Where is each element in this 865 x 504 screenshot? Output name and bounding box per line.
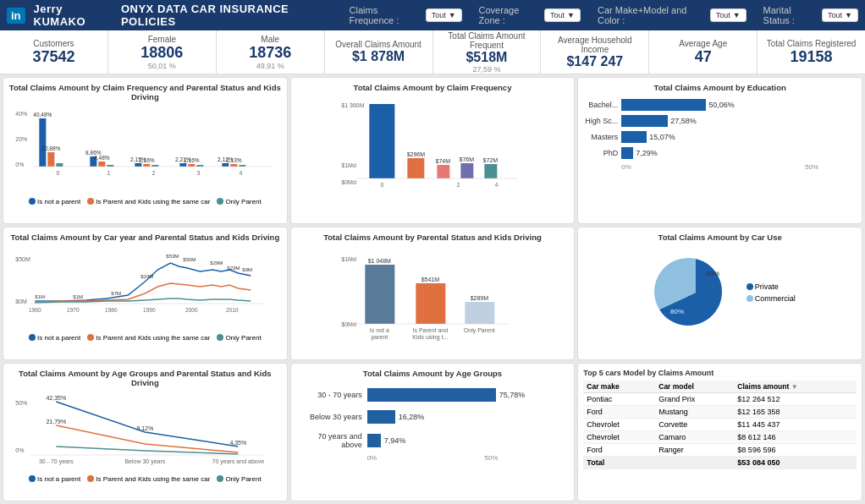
header-title: ONYX DATA CAR INSURANCE POLICIES (121, 3, 333, 28)
svg-text:70 years and above: 70 years and above (212, 458, 265, 465)
svg-text:$1M: $1M (35, 294, 45, 299)
svg-rect-8 (56, 163, 63, 167)
sort-icon: ▼ (791, 383, 798, 391)
svg-text:$541M: $541M (421, 277, 439, 282)
svg-text:4: 4 (494, 182, 498, 188)
svg-text:2000: 2000 (185, 307, 198, 313)
chart5-svg: $1Md $0Md $1 048M $541M $289M Is not a p… (296, 246, 570, 339)
svg-text:9,12%: 9,12% (136, 425, 153, 431)
kpi-male-label: Male (261, 35, 279, 44)
kpi-total-registered: Total Claims Registered 19158 (758, 30, 865, 74)
age-bar-2 (367, 434, 381, 447)
svg-text:1,16%: 1,16% (139, 157, 155, 163)
car-select[interactable]: Tout▼ (710, 8, 747, 22)
edu-bar-3 (621, 147, 633, 159)
svg-text:$76M: $76M (459, 156, 474, 162)
svg-text:$23M: $23M (227, 266, 240, 271)
age-label-2: 70 years and above (300, 432, 367, 449)
svg-rect-22 (179, 163, 186, 167)
col-model: Car model (655, 381, 734, 393)
table-row: ChevroletCorvette$11 445 437 (583, 418, 857, 430)
col-make: Car make (583, 381, 655, 393)
svg-text:$1Md: $1Md (341, 256, 356, 262)
kpi-customers-label: Customers (33, 39, 74, 48)
chart-age-parental: Total Claims Amount by Age Groups and Pa… (3, 363, 288, 501)
marital-label: Marital Status : (763, 5, 818, 25)
svg-text:30 - 70 years: 30 - 70 years (39, 458, 74, 465)
svg-text:0: 0 (380, 182, 383, 188)
kpi-customers: Customers 37542 (0, 30, 108, 74)
kpi-male-sub: 49,91 % (256, 62, 284, 70)
age-bar-1 (367, 410, 395, 424)
edu-bar-1 (621, 115, 668, 127)
svg-text:$9M: $9M (242, 267, 252, 272)
svg-text:0: 0 (56, 170, 59, 176)
svg-text:2: 2 (152, 170, 155, 176)
svg-rect-32 (239, 165, 245, 167)
chart2-svg: $1 360M $1Md $0Md $296M $74M $76M $72M 0… (296, 96, 570, 193)
svg-text:Is Parent and: Is Parent and (412, 327, 448, 333)
svg-text:1,16%: 1,16% (184, 157, 200, 163)
chart4-title: Total Claims Amount by Car year and Pare… (8, 233, 282, 242)
chart-education: Total Claims Amount by Education Bachel.… (577, 77, 862, 224)
table-row: FordMustang$12 165 358 (583, 405, 857, 418)
chart-car-year: Total Claims Amount by Car year and Pare… (3, 227, 288, 360)
svg-rect-28 (222, 163, 229, 167)
table-row: PontiacGrand Prix$12 264 512 (583, 392, 857, 405)
kpi-customers-value: 37542 (32, 48, 74, 66)
coverage-select[interactable]: Tout▼ (544, 8, 581, 22)
coverage-filter[interactable]: Coverage Zone : Tout▼ (479, 5, 581, 25)
marital-select[interactable]: Tout▼ (822, 8, 858, 22)
svg-rect-40 (437, 165, 449, 178)
svg-text:50%: 50% (15, 400, 27, 406)
header-user: Jerry KUMAKO (34, 3, 113, 28)
chart-car-use: Total Claims Amount by Car Use 20% 80% P… (577, 227, 862, 360)
age-bar-0 (367, 388, 496, 402)
header: in Jerry KUMAKO ONYX DATA CAR INSURANCE … (0, 0, 865, 30)
age-label-0: 30 - 70 years (300, 391, 367, 399)
chart1-svg: 40% 20% 0% 0 40,48% 20,88% 1 8,86% 4,48%… (8, 106, 282, 194)
claims-freq-select[interactable]: Tout▼ (426, 8, 462, 22)
chart-top5: Top 5 cars Model by Claims Amount Car ma… (577, 363, 862, 501)
kpi-female-sub: 50,01 % (148, 62, 176, 70)
svg-text:$1Md: $1Md (341, 162, 356, 168)
claims-freq-label: Claims Frequence : (350, 5, 422, 25)
chart-freq: Total Claims Amount by Claim Frequency $… (290, 77, 576, 224)
svg-text:40,48%: 40,48% (33, 112, 52, 118)
svg-text:$53M: $53M (166, 254, 179, 259)
car-label: Car Make+Model and Color : (598, 5, 707, 25)
svg-text:0%: 0% (15, 447, 24, 453)
svg-rect-37 (369, 104, 394, 178)
chart5-title: Total Claims Amount by Parental Status a… (296, 233, 570, 242)
kpi-male-value: 18736 (249, 44, 291, 62)
kpi-income-label: Average Household Income (544, 36, 645, 54)
svg-text:1990: 1990 (143, 307, 156, 313)
edu-axis-0: 0% (621, 163, 631, 171)
chart1-legend: Is not a parent Is Parent and Kids using… (8, 198, 282, 205)
svg-rect-44 (484, 164, 497, 178)
svg-text:$50M: $50M (183, 257, 196, 262)
svg-text:20%: 20% (15, 136, 27, 142)
svg-rect-14 (107, 165, 113, 167)
chart7-legend: Is not a parent Is Parent and Kids using… (8, 475, 282, 483)
svg-rect-4 (39, 118, 46, 167)
svg-text:$1 048M: $1 048M (367, 258, 390, 264)
chart-age-groups: Total Claims Amount by Age Groups 30 - 7… (290, 363, 576, 501)
car-filter[interactable]: Car Make+Model and Color : Tout▼ (598, 5, 747, 25)
chart4-svg: $50M $0M 1960 1970 1980 1990 2000 2010 $… (8, 246, 282, 331)
svg-text:$74M: $74M (435, 158, 450, 164)
edu-bar-0 (621, 99, 706, 111)
claims-freq-filter[interactable]: Claims Frequence : Tout▼ (350, 5, 462, 25)
svg-text:$0M: $0M (15, 299, 27, 304)
edu-axis-50: 50% (805, 163, 818, 171)
svg-text:1980: 1980 (105, 307, 118, 313)
kpi-female-value: 18806 (140, 44, 183, 62)
svg-text:$72M: $72M (482, 157, 498, 163)
age-axis-0: 0% (367, 454, 377, 462)
kpi-avg-income: Average Household Income $147 247 (541, 30, 649, 74)
svg-rect-12 (98, 162, 105, 167)
marital-filter[interactable]: Marital Status : Tout▼ (763, 5, 858, 25)
age-label-1: Below 30 years (300, 413, 367, 421)
kpi-overall-label: Overall Claims Amount (335, 40, 421, 49)
coverage-label: Coverage Zone : (479, 5, 542, 25)
